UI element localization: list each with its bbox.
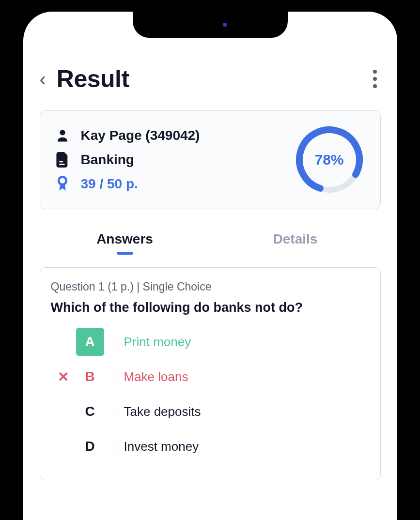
answer-list: APrint money✕BMake loansCTake depositsDI… [51, 328, 370, 460]
wrong-mark-icon: ✕ [51, 369, 76, 385]
answer-option[interactable]: APrint money [51, 328, 370, 356]
back-icon[interactable]: ‹ [40, 69, 46, 89]
score-row: 39 / 50 p. [55, 176, 200, 192]
answer-text: Make loans [124, 369, 188, 384]
camera-dot-icon [223, 23, 227, 27]
tab-answers[interactable]: Answers [40, 226, 210, 253]
subject-label: Banking [81, 152, 134, 168]
menu-kebab-icon[interactable] [369, 66, 381, 92]
answer-text: Invest money [124, 439, 199, 454]
header: ‹ Result [40, 65, 381, 93]
power-button [407, 174, 411, 237]
answer-letter: B [76, 363, 104, 391]
phone-frame: ‹ Result Kay Page (349042) [12, 0, 409, 520]
user-row: Kay Page (349042) [55, 128, 200, 143]
answer-option[interactable]: ✕BMake loans [51, 363, 370, 391]
progress-percent: 78% [293, 123, 366, 196]
volume-down-button [10, 208, 14, 252]
answer-text: Take deposits [124, 404, 201, 419]
score-label: 39 / 50 p. [81, 176, 138, 192]
answer-letter: D [76, 432, 104, 460]
divider [114, 401, 114, 422]
divider [114, 366, 114, 387]
document-icon [55, 152, 70, 168]
answer-option[interactable]: DInvest money [51, 432, 370, 460]
volume-up-button [10, 150, 14, 194]
svg-point-0 [60, 130, 65, 135]
question-text: Which of the following do banks not do? [51, 300, 370, 315]
phone-screen: ‹ Result Kay Page (349042) [23, 12, 397, 520]
summary-card: Kay Page (349042) Banking 39 / 50 p. [40, 110, 381, 209]
answer-option[interactable]: CTake deposits [51, 398, 370, 426]
svg-rect-2 [59, 164, 64, 165]
tab-details[interactable]: Details [210, 226, 381, 253]
award-icon [55, 176, 70, 192]
tabs: Answers Details [40, 226, 381, 253]
answer-letter: A [76, 328, 104, 356]
progress-ring: 78% [293, 123, 366, 196]
divider [114, 436, 114, 457]
svg-point-3 [59, 177, 66, 184]
svg-rect-1 [59, 161, 63, 162]
answer-letter: C [76, 398, 104, 426]
page-title: Result [57, 65, 129, 93]
question-card: Question 1 (1 p.) | Single Choice Which … [40, 267, 381, 480]
question-meta: Question 1 (1 p.) | Single Choice [51, 280, 370, 293]
phone-notch [133, 12, 288, 38]
divider [114, 331, 114, 352]
answer-text: Print money [124, 335, 191, 350]
user-label: Kay Page (349042) [81, 128, 200, 143]
user-icon [55, 128, 70, 143]
subject-row: Banking [55, 152, 200, 168]
